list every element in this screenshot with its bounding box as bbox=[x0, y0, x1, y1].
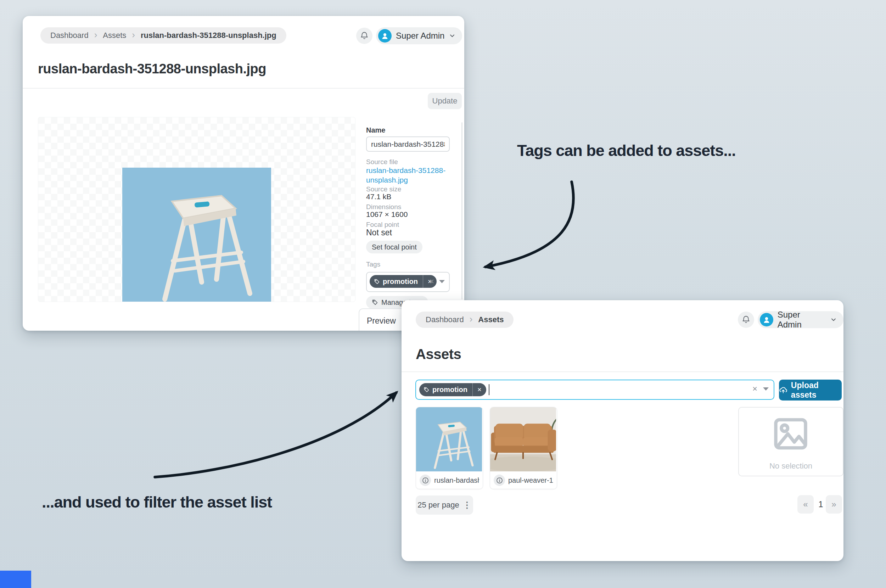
dimensions-value: 1067 × 1600 bbox=[366, 210, 408, 219]
per-page-selector[interactable]: 25 per page ⋮ bbox=[416, 495, 473, 514]
info-icon[interactable] bbox=[494, 475, 505, 486]
clear-filter-icon[interactable]: × bbox=[753, 384, 757, 393]
asset-card-stool[interactable]: ruslan-bardash-351288-unsplash.jpg bbox=[416, 407, 483, 489]
breadcrumb: Dashboard › Assets bbox=[416, 312, 514, 328]
breadcrumb-item-current: ruslan-bardash-351288-unsplash.jpg bbox=[141, 31, 276, 40]
arrow-to-filter-input bbox=[155, 393, 396, 477]
per-page-label: 25 per page bbox=[417, 501, 459, 510]
tags-label: Tags bbox=[366, 261, 380, 268]
pagination-current-page[interactable]: 1 bbox=[816, 495, 825, 514]
tag-icon bbox=[372, 299, 378, 306]
tag-remove-icon[interactable]: × bbox=[473, 386, 486, 394]
breadcrumb-item-assets: Assets bbox=[478, 315, 504, 324]
arrow-to-tags-field bbox=[486, 182, 573, 267]
page-title: Assets bbox=[416, 346, 461, 362]
annotation-filter-list: ...and used to filter the asset list bbox=[42, 493, 272, 512]
tag-filter-input[interactable]: promotion × × bbox=[415, 380, 774, 400]
source-file-label: Source file bbox=[366, 158, 398, 166]
tag-icon bbox=[374, 279, 380, 285]
focal-point-value: Not set bbox=[366, 228, 392, 237]
dropdown-caret-icon[interactable] bbox=[439, 280, 445, 283]
bell-icon bbox=[741, 315, 751, 324]
field-panel: Name Source file ruslan-bardash-351288-u… bbox=[366, 16, 462, 331]
upload-assets-button[interactable]: Upload assets bbox=[779, 380, 842, 400]
tag-icon bbox=[424, 387, 430, 393]
asset-caption: ruslan-bardash-351288-unsplash.jpg bbox=[416, 472, 483, 489]
no-selection-label: No selection bbox=[739, 462, 843, 471]
asset-thumbnail-stool bbox=[416, 407, 482, 471]
page-title: ruslan-bardash-351288-unsplash.jpg bbox=[38, 62, 266, 76]
asset-filename: ruslan-bardash-351288-unsplash.jpg bbox=[434, 476, 479, 484]
image-placeholder-icon bbox=[767, 414, 814, 454]
asset-list-window: Dashboard › Assets Super Admin Assets pr… bbox=[402, 300, 844, 561]
tag-chip-promotion[interactable]: promotion × bbox=[370, 275, 436, 288]
source-size-value: 47.1 kB bbox=[366, 192, 391, 201]
screenshot-root: { "user_menu": {"name": "Super Admin"}, … bbox=[0, 0, 886, 588]
panel-scrollbar[interactable] bbox=[462, 122, 462, 300]
info-icon[interactable] bbox=[420, 475, 431, 486]
asset-card-couch[interactable]: paul-weaver-11205 bbox=[490, 407, 557, 489]
asset-caption: paul-weaver-11205 bbox=[490, 472, 557, 489]
chevron-right-icon: › bbox=[132, 30, 135, 39]
chevron-right-icon: › bbox=[469, 314, 473, 324]
tag-chip-label: promotion bbox=[380, 278, 423, 286]
no-selection-panel: No selection bbox=[738, 407, 844, 476]
image-preview-area bbox=[38, 117, 355, 302]
tag-chip-label: promotion bbox=[430, 386, 472, 394]
asset-filename: paul-weaver-11205 bbox=[508, 476, 553, 484]
avatar bbox=[760, 313, 773, 326]
asset-detail-window: Dashboard › Assets › ruslan-bardash-3512… bbox=[22, 16, 464, 331]
source-file-link[interactable]: ruslan-bardash-351288-unsplash.jpg bbox=[366, 166, 453, 185]
clear-tags-icon[interactable]: × bbox=[429, 277, 434, 286]
breadcrumb: Dashboard › Assets › ruslan-bardash-3512… bbox=[40, 27, 286, 44]
tag-chip-promotion[interactable]: promotion × bbox=[419, 383, 486, 396]
user-menu[interactable]: Super Admin bbox=[758, 311, 844, 328]
source-size-label: Source size bbox=[366, 185, 401, 193]
set-focal-point-label: Set focal point bbox=[372, 243, 417, 251]
annotation-tags-added: Tags can be added to assets... bbox=[517, 141, 736, 160]
focal-point-label: Focal point bbox=[366, 221, 399, 229]
breadcrumb-item-assets[interactable]: Assets bbox=[103, 31, 126, 40]
kebab-menu-icon[interactable]: ⋮ bbox=[463, 500, 471, 510]
asset-thumbnail-couch bbox=[490, 407, 556, 471]
name-label: Name bbox=[366, 126, 385, 134]
dropdown-caret-icon[interactable] bbox=[763, 387, 769, 391]
chevron-down-icon bbox=[830, 316, 837, 323]
name-input[interactable] bbox=[366, 136, 450, 152]
tags-input[interactable]: promotion × × bbox=[366, 272, 450, 292]
text-caret bbox=[489, 384, 489, 395]
header-divider bbox=[402, 372, 844, 372]
asset-image-stool bbox=[122, 168, 271, 302]
set-focal-point-button[interactable]: Set focal point bbox=[366, 241, 423, 254]
person-icon bbox=[762, 315, 771, 324]
blue-corner-marker bbox=[0, 571, 31, 588]
chevron-right-icon: › bbox=[94, 30, 97, 39]
cloud-upload-icon bbox=[779, 386, 787, 395]
user-name: Super Admin bbox=[778, 310, 826, 330]
pagination-next-button[interactable]: » bbox=[826, 495, 842, 514]
dimensions-label: Dimensions bbox=[366, 203, 401, 211]
upload-assets-label: Upload assets bbox=[791, 381, 842, 400]
breadcrumb-item-dashboard[interactable]: Dashboard bbox=[426, 315, 464, 324]
notifications-button[interactable] bbox=[738, 312, 754, 328]
breadcrumb-item-dashboard[interactable]: Dashboard bbox=[50, 31, 88, 40]
pagination-prev-button[interactable]: « bbox=[798, 495, 814, 514]
